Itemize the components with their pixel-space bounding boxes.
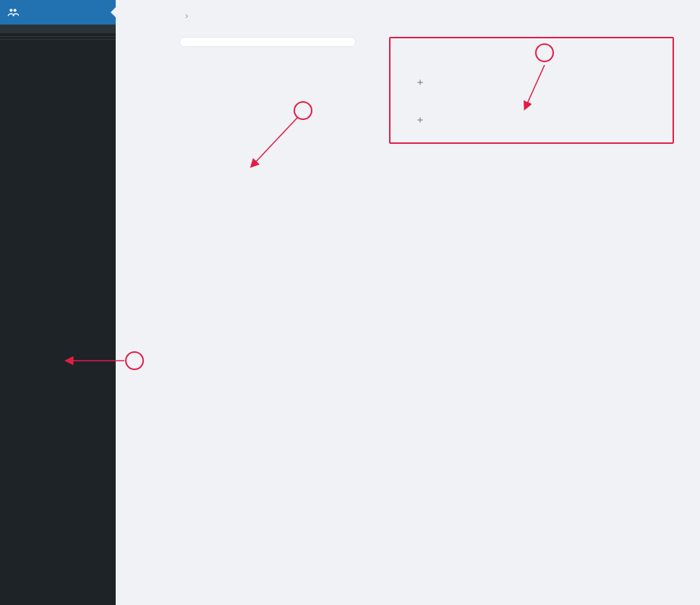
sidebar-submenu	[0, 25, 116, 33]
sidebar-item-propovoice[interactable]	[0, 0, 116, 25]
lead-settings-panel: ＋ ＋	[389, 37, 674, 144]
add-source-button[interactable]: ＋	[412, 112, 651, 126]
chevron-right-icon: ›	[185, 10, 188, 21]
wp-admin-sidebar	[0, 0, 116, 605]
svg-point-1	[14, 9, 17, 12]
settings-nav	[179, 37, 356, 47]
breadcrumb: ›	[179, 10, 680, 21]
main-content: › ＋ ＋	[116, 0, 700, 605]
sidebar-separator	[0, 36, 116, 40]
group-icon	[6, 7, 20, 18]
add-level-button[interactable]: ＋	[412, 74, 651, 102]
plus-icon: ＋	[415, 113, 425, 126]
plus-icon: ＋	[415, 76, 425, 89]
svg-point-0	[9, 9, 12, 12]
